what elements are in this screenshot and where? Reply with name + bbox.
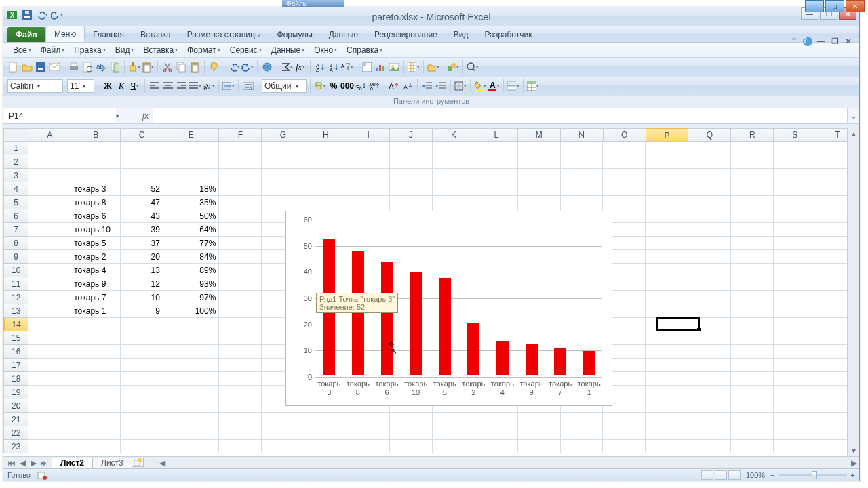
cell[interactable] [731,386,774,399]
cell[interactable] [28,209,71,223]
cell[interactable] [121,426,163,440]
column-header[interactable]: F [219,128,262,142]
cell[interactable] [688,209,731,223]
cell[interactable] [28,155,71,169]
decrease-indent-icon[interactable] [421,80,433,92]
chart-bar[interactable] [554,348,566,375]
cell[interactable] [28,237,71,250]
cell[interactable] [304,440,347,453]
ribbon-tab[interactable]: Разметка страницы [179,27,269,42]
cell[interactable] [603,426,646,440]
increase-indent-icon[interactable] [435,80,447,92]
cell[interactable] [219,223,262,237]
row-header[interactable]: 1 [3,142,28,155]
cell[interactable] [71,426,121,440]
redo-large-icon[interactable]: ▾ [241,61,254,73]
cell[interactable] [304,413,347,426]
cell[interactable] [731,345,774,359]
cell[interactable] [731,399,774,413]
cell[interactable] [219,277,262,291]
quick-print-icon[interactable] [68,61,80,73]
cell[interactable] [731,223,774,237]
cell[interactable] [121,413,163,426]
undo-icon[interactable]: ▾ [36,9,48,21]
ribbon-tab[interactable]: Данные [321,27,366,42]
cell[interactable] [219,372,262,386]
cell[interactable] [28,169,71,182]
cell[interactable]: 100% [163,304,220,318]
filter-sort-icon[interactable]: A▾ [341,61,353,73]
ribbon-tab[interactable]: Вид [446,27,477,42]
cell[interactable] [28,318,71,331]
outer-close-button[interactable]: ✕ [846,0,865,12]
hyperlink-icon[interactable] [261,61,273,73]
cell[interactable] [163,426,220,440]
cell[interactable] [71,440,121,453]
cell[interactable] [433,155,475,169]
macro-record-icon[interactable] [36,469,48,481]
cell[interactable]: токарь 9 [71,277,121,291]
cell[interactable] [28,304,71,318]
cell[interactable]: токарь 2 [71,250,121,264]
cell[interactable] [219,426,262,440]
worksheet-grid[interactable]: ABCEFGHIJKLMNOPQRST 1234токарь 35218%5то… [3,128,859,456]
cell[interactable] [688,426,731,440]
cell[interactable] [28,250,71,264]
ribbon-tab[interactable]: Рецензирование [366,27,446,42]
cell[interactable] [561,440,604,453]
cell[interactable] [475,155,518,169]
column-header[interactable]: I [347,128,390,142]
cell[interactable] [731,304,774,318]
cell[interactable] [219,345,262,359]
cell[interactable] [688,331,731,345]
cell[interactable] [71,345,121,359]
cell[interactable] [219,264,262,277]
cell[interactable] [646,142,688,155]
cell[interactable] [518,142,561,155]
cell[interactable] [121,331,163,345]
cell[interactable] [163,155,220,169]
cell[interactable] [28,426,71,440]
row-header[interactable]: 8 [3,237,28,250]
cell[interactable]: 18% [163,182,220,196]
align-left-icon[interactable] [149,80,161,92]
cell[interactable] [774,196,816,209]
cell[interactable] [518,413,561,426]
cell[interactable] [71,386,121,399]
cell[interactable] [731,142,774,155]
cell[interactable] [262,426,304,440]
number-format-combo[interactable]: Общий▾ [262,79,307,93]
cell[interactable] [219,399,262,413]
autosum-icon[interactable]: ▾ [281,61,293,73]
cell[interactable] [774,318,816,331]
pivot-icon[interactable] [361,61,373,73]
font-color-icon[interactable]: A▾ [488,80,500,92]
cell[interactable]: 52 [121,182,163,196]
cell[interactable] [304,426,347,440]
cell[interactable] [774,413,816,426]
cell[interactable] [646,223,688,237]
cell[interactable]: 93% [163,277,220,291]
vertical-scrollbar[interactable]: ▴ ▾ [847,128,859,456]
cell[interactable] [561,155,604,169]
row-header[interactable]: 14 [3,318,28,331]
view-page-layout-button[interactable] [715,470,727,480]
row-header[interactable]: 20 [3,399,28,413]
cell[interactable] [518,440,561,453]
cell[interactable] [646,426,688,440]
cut-icon[interactable] [161,61,174,73]
view-page-break-button[interactable] [728,470,741,480]
cell[interactable] [646,155,688,169]
ribbon-tab[interactable]: Главная [85,27,132,42]
cell[interactable] [774,182,816,196]
row-header[interactable]: 5 [3,196,28,209]
cell[interactable] [347,440,390,453]
justify-icon[interactable]: ▾ [189,80,201,92]
cell[interactable] [163,169,220,182]
cell[interactable] [774,359,816,372]
cell[interactable] [28,264,71,277]
cell[interactable] [28,223,71,237]
column-header[interactable]: L [475,128,518,142]
cell[interactable] [561,142,604,155]
cell[interactable] [475,196,518,209]
